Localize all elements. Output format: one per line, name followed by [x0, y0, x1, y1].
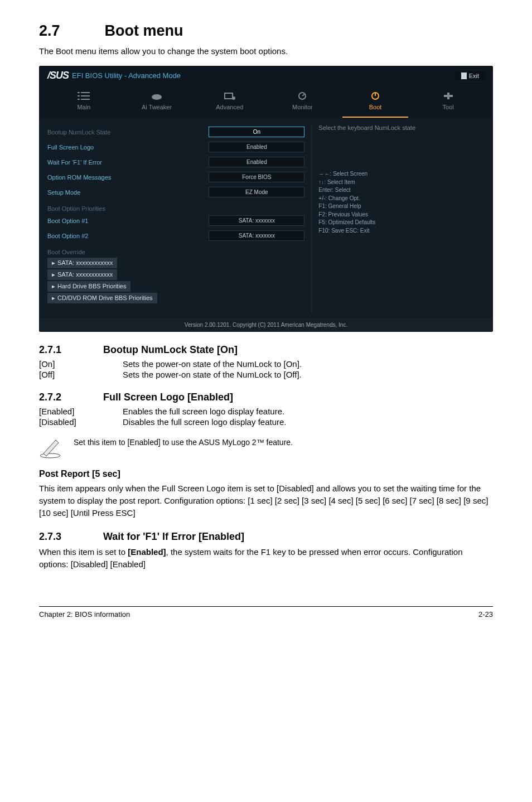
svg-line-10 [302, 94, 304, 96]
option-row[interactable]: Setup Mode EZ Mode [47, 185, 304, 200]
option-row[interactable]: Wait For 'F1' If Error Enabled [47, 154, 304, 170]
tab-advanced[interactable]: Advanced [193, 88, 266, 118]
svg-rect-1 [81, 92, 90, 93]
subsection-title: Full Screen Logo [Enabled] [103, 392, 233, 403]
param-value: Sets the power-on state of the NumLock t… [123, 359, 493, 369]
footer-rule [39, 606, 493, 607]
svg-rect-4 [78, 99, 80, 100]
advanced-icon [224, 91, 236, 100]
param-row: [Off] Sets the power-on state of the Num… [39, 370, 493, 379]
power-icon [369, 91, 381, 100]
svg-rect-2 [78, 95, 80, 96]
page-footer: Chapter 2: BIOS information 2-23 [39, 610, 493, 619]
asus-logo: /SUS [47, 70, 69, 81]
submenu-item[interactable]: ▸SATA: xxxxxxxxxxxx [47, 258, 117, 268]
subsection-body: When this item is set to [Enabled], the … [39, 546, 493, 571]
tab-label: Tool [443, 104, 454, 110]
svg-point-15 [40, 453, 60, 458]
option-label: Boot Option #2 [47, 233, 209, 239]
submenu-label: SATA: xxxxxxxxxxxx [57, 271, 113, 278]
param-value: Enables the full screen logo display fea… [123, 407, 493, 416]
subsection-title: Bootup NumLock State [On] [103, 344, 238, 355]
svg-rect-14 [447, 93, 449, 99]
footer-left: Chapter 2: BIOS information [39, 610, 130, 619]
param-value: Disables the full screen logo display fe… [123, 417, 493, 427]
tab-label: Boot [369, 104, 382, 110]
option-value[interactable]: Force BIOS [209, 172, 304, 182]
cloud-icon [151, 91, 163, 100]
option-value[interactable]: Enabled [209, 157, 304, 167]
bios-titlebar: /SUS EFI BIOS Utility - Advanced Mode Ex… [40, 66, 492, 85]
param-key: [Disabled] [39, 417, 123, 427]
param-key: [On] [39, 359, 123, 369]
option-row[interactable]: Full Screen Logo Enabled [47, 139, 304, 154]
option-label: Setup Mode [47, 189, 209, 196]
section-title: Boot menu [105, 22, 183, 39]
subsection-title: Wait for 'F1' If Error [Enabled] [103, 531, 244, 542]
body-bold: [Enabled] [128, 547, 166, 557]
subsection-heading: 2.7.3 Wait for 'F1' If Error [Enabled] [39, 531, 493, 543]
svg-rect-7 [225, 93, 233, 99]
subsection-number: 2.7.2 [39, 392, 100, 403]
tool-icon [442, 91, 454, 100]
submenu-item[interactable]: ▸CD/DVD ROM Drive BBS Priorities [47, 293, 157, 303]
bios-help-pane: Select the keyboard NumLock state →←: Se… [311, 124, 485, 314]
postreport-heading: Post Report [5 sec] [39, 469, 493, 479]
submenu-label: SATA: xxxxxxxxxxxx [57, 259, 113, 266]
tab-tool[interactable]: Tool [412, 88, 485, 118]
tab-main[interactable]: Main [47, 88, 120, 118]
option-value[interactable]: EZ Mode [209, 187, 304, 197]
chevron-right-icon: ▸ [52, 283, 55, 289]
chevron-right-icon: ▸ [52, 259, 55, 266]
option-label: Bootup NumLock State [47, 129, 209, 136]
svg-point-6 [152, 94, 162, 100]
chevron-right-icon: ▸ [52, 294, 55, 301]
bios-footer: Version 2.00.1201. Copyright (C) 2011 Am… [40, 318, 492, 331]
option-value[interactable]: On [209, 127, 304, 137]
option-row[interactable]: Boot Option #2 SATA: xxxxxxx [47, 228, 304, 243]
svg-point-8 [232, 96, 235, 100]
tab-boot[interactable]: Boot [339, 88, 412, 118]
exit-icon [461, 73, 467, 79]
option-label: Option ROM Messages [47, 174, 209, 181]
exit-button[interactable]: Exit [456, 71, 485, 81]
param-key: [Enabled] [39, 407, 123, 416]
tab-label: Main [77, 104, 90, 110]
body-text: When this item is set to [39, 547, 128, 557]
svg-rect-0 [78, 92, 80, 93]
postreport-body: This item appears only when the Full Scr… [39, 482, 493, 519]
option-row[interactable]: Bootup NumLock State On [47, 124, 304, 139]
svg-rect-3 [81, 95, 90, 96]
option-value[interactable]: SATA: xxxxxxx [209, 215, 304, 226]
subsection-heading: 2.7.1 Bootup NumLock State [On] [39, 344, 493, 356]
option-value[interactable]: SATA: xxxxxxx [209, 230, 304, 241]
bios-left-pane: Bootup NumLock State On Full Screen Logo… [47, 124, 304, 314]
section-intro: The Boot menu items allow you to change … [39, 46, 493, 56]
section-heading: 2.7 Boot menu [39, 22, 493, 40]
option-label: Boot Option #1 [47, 218, 209, 224]
param-key: [Off] [39, 370, 123, 379]
tab-ai-tweaker[interactable]: Ai Tweaker [120, 88, 194, 118]
section-number: 2.7 [39, 22, 100, 40]
bios-tabs: Main Ai Tweaker Advanced Monitor Boot To… [40, 85, 492, 118]
footer-right: 2-23 [478, 610, 493, 619]
help-keys: →←: Select Screen ↑↓: Select Item Enter:… [318, 170, 485, 235]
submenu-item[interactable]: ▸SATA: xxxxxxxxxxxx [47, 269, 117, 280]
submenu-label: CD/DVD ROM Drive BBS Priorities [57, 294, 153, 301]
bios-title: EFI BIOS Utility - Advanced Mode [72, 71, 181, 80]
option-row[interactable]: Boot Option #1 SATA: xxxxxxx [47, 213, 304, 228]
option-label: Wait For 'F1' If Error [47, 159, 209, 166]
param-row: [Enabled] Enables the full screen logo d… [39, 407, 493, 416]
bios-window: /SUS EFI BIOS Utility - Advanced Mode Ex… [39, 66, 493, 332]
option-row[interactable]: Option ROM Messages Force BIOS [47, 170, 304, 185]
param-row: [Disabled] Disables the full screen logo… [39, 417, 493, 427]
boot-priorities-head: Boot Option Priorities [47, 200, 304, 213]
exit-label: Exit [469, 73, 479, 79]
pen-icon [39, 434, 64, 459]
submenu-item[interactable]: ▸Hard Drive BBS Priorities [47, 281, 130, 292]
subsection-number: 2.7.1 [39, 344, 100, 356]
param-value: Sets the power-on state of the NumLock t… [123, 370, 493, 379]
tab-monitor[interactable]: Monitor [266, 88, 339, 118]
option-value[interactable]: Enabled [209, 142, 304, 152]
option-label: Full Screen Logo [47, 144, 209, 151]
